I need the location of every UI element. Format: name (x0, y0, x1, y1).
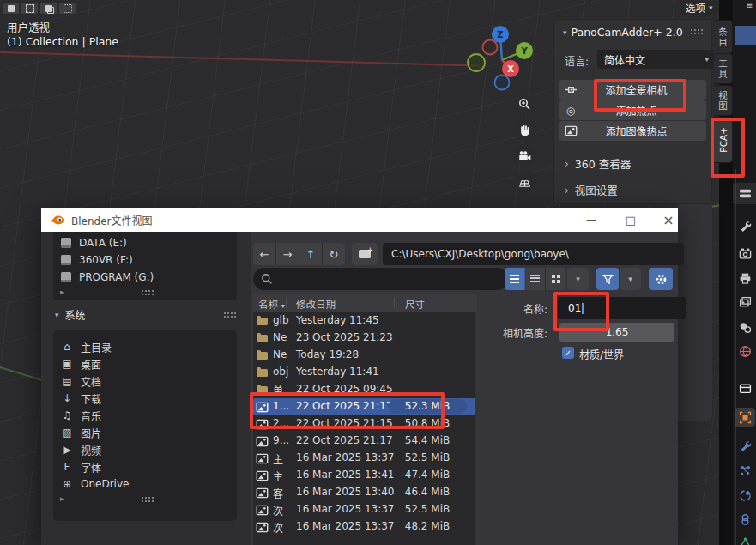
sidebar-item-图片[interactable]: ▨图片 (53, 424, 237, 441)
settings-button[interactable] (649, 268, 673, 290)
world-icon[interactable] (738, 344, 752, 358)
up-button[interactable]: ↑ (299, 243, 323, 265)
column-name[interactable]: 名称 ▾ (258, 297, 285, 311)
camera-view-button[interactable] (513, 144, 535, 167)
minimize-button[interactable]: — (577, 208, 606, 232)
drag-handle[interactable] (141, 496, 154, 502)
pan-tool-button[interactable] (513, 118, 535, 141)
select-mode-circle-button[interactable] (39, 2, 57, 15)
select-mode-box-button[interactable] (21, 2, 39, 15)
drag-handle[interactable] (223, 312, 236, 318)
object-data-icon[interactable] (738, 536, 752, 545)
tab-工具[interactable]: 工具 (714, 53, 733, 84)
language-dropdown[interactable]: 简体中文 ▾ (597, 50, 716, 69)
system-section-header[interactable]: ▾ 系统 (55, 307, 86, 322)
select-mode-tweak-button[interactable] (2, 2, 20, 15)
sidebar-item-音乐[interactable]: ♫音乐 (53, 407, 237, 424)
outliner-selected-row[interactable] (735, 26, 756, 45)
modifier-icon[interactable] (738, 439, 752, 452)
forward-button[interactable]: → (276, 243, 299, 265)
section-360 查看器[interactable]: ›360 查看器 (565, 155, 631, 172)
system-panel: ⌂主目录▣桌面▤文档↓下载♫音乐▨图片▶视频F字体⊕OneDrive ▸ (53, 330, 237, 521)
collection-icon[interactable] (738, 381, 752, 395)
close-button[interactable]: × (654, 208, 683, 232)
ortho-grid-button[interactable] (513, 171, 535, 193)
file-name: Ne (273, 348, 294, 360)
editor-type-icon[interactable] (738, 186, 752, 200)
column-date[interactable]: 修改日期 (296, 297, 336, 311)
render-icon[interactable] (738, 246, 752, 260)
column-size[interactable]: 尺寸 (405, 297, 425, 311)
file-row[interactable]: NeToday 19:28 (253, 347, 475, 364)
file-row[interactable]: 主16 Mar 2025 13:4147.4 MiB (253, 467, 475, 484)
file-row[interactable]: 客16 Mar 2025 13:4046.4 MiB (253, 484, 475, 501)
file-row[interactable]: 次16 Mar 2025 13:3748.2 MiB (253, 518, 475, 536)
expand-arrow-icon[interactable]: ▸ (60, 288, 64, 296)
filter-toggle-button[interactable] (596, 268, 619, 290)
object-icon[interactable] (738, 410, 752, 424)
file-row[interactable]: 次16 Mar 2025 13:3752.5 MiB (253, 501, 475, 518)
constraints-icon[interactable] (738, 512, 752, 526)
annotation-box-name-field (553, 292, 609, 331)
file-row[interactable]: objYesterday 11:41 (253, 364, 475, 381)
tab-视图[interactable]: 视图 (714, 85, 733, 116)
display-horizontal-list-button[interactable] (525, 268, 546, 290)
create-folder-button[interactable]: + (352, 243, 378, 265)
camera-icon (518, 149, 531, 162)
sidebar-item-字体[interactable]: F字体 (53, 458, 237, 475)
sidebar-item-主目录[interactable]: ⌂主目录 (53, 338, 237, 355)
column-divider[interactable] (286, 298, 287, 308)
select-mode-lasso-button[interactable] (58, 2, 76, 15)
display-vertical-list-button[interactable] (505, 268, 525, 290)
gizmo-neg-x[interactable] (483, 40, 498, 55)
column-divider[interactable] (394, 298, 395, 308)
scene-icon[interactable] (738, 320, 752, 334)
file-row[interactable]: 主16 Mar 2025 13:3752.5 MiB (253, 450, 475, 467)
sidebar-item-OneDrive[interactable]: ⊕OneDrive (53, 475, 237, 493)
drag-handle[interactable] (141, 289, 154, 295)
desktop-icon: ▣ (61, 358, 73, 370)
filter-options-dropdown[interactable]: ▾ (620, 268, 641, 290)
tool-icon[interactable] (738, 219, 752, 233)
display-options-dropdown[interactable]: ▾ (567, 268, 589, 290)
material-world-checkbox[interactable]: ✓ (562, 347, 574, 359)
display-thumbnails-button[interactable] (546, 268, 565, 290)
file-size: 52.5 MiB (388, 451, 467, 463)
zoom-tool-button[interactable] (513, 93, 535, 115)
file-row[interactable]: glbYesterday 11:45 (253, 312, 475, 330)
image-file-icon (256, 487, 268, 499)
sidebar-item-桌面[interactable]: ▣桌面 (53, 355, 237, 372)
menu-icon[interactable]: ≡ (746, 1, 753, 10)
folder-icon (257, 352, 268, 360)
options-dropdown[interactable]: 选项 ▾ (680, 1, 719, 15)
sidebar-item-下载[interactable]: ↓下载 (53, 390, 237, 407)
blender-window: 用户透视 (1) Collection | Plane 选项 ▾ Z Y X ▾ (0, 0, 756, 545)
添加图像热点-button[interactable]: 添加图像热点 (559, 121, 706, 141)
path-field[interactable]: C:\Users\CXJ\Desktop\gong\baoye\ (383, 243, 684, 265)
search-input[interactable] (253, 268, 508, 290)
volume-item[interactable]: DATA (E:) (53, 234, 237, 251)
gizmo-neg-z[interactable] (495, 76, 510, 90)
gizmo-neg-y[interactable] (468, 54, 485, 71)
view-gizmo[interactable]: Z Y X (463, 24, 541, 93)
particles-icon[interactable] (738, 463, 752, 477)
view-layer-icon[interactable] (738, 295, 752, 309)
file-row[interactable]: Ne23 Oct 2025 21:23 (253, 330, 475, 347)
expand-arrow-icon[interactable]: ▸ (60, 494, 64, 503)
tab-条目[interactable]: 条目 (714, 20, 733, 54)
refresh-button[interactable]: ↻ (323, 243, 345, 265)
section-视图设置[interactable]: ›视图设置 (565, 182, 631, 198)
sidebar-item-视频[interactable]: ▶视频 (53, 441, 237, 458)
volume-item[interactable]: 360VR (F:) (53, 251, 237, 269)
maximize-button[interactable]: □ (616, 208, 645, 232)
sidebar-item-文档[interactable]: ▤文档 (53, 372, 237, 390)
new-folder-icon: + (359, 250, 371, 258)
volume-item[interactable]: PROGRAM (G:) (53, 269, 237, 286)
collapse-caret-icon[interactable]: ▾ (563, 28, 567, 37)
back-button[interactable]: ← (253, 243, 276, 265)
file-row[interactable]: 9...22 Oct 2025 21:1754.4 MiB (253, 433, 475, 450)
physics-icon[interactable] (738, 488, 752, 502)
drag-handle[interactable] (690, 28, 703, 34)
output-icon[interactable] (738, 271, 752, 285)
dialog-titlebar[interactable]: Blender文件视图 — □ × (41, 208, 678, 232)
